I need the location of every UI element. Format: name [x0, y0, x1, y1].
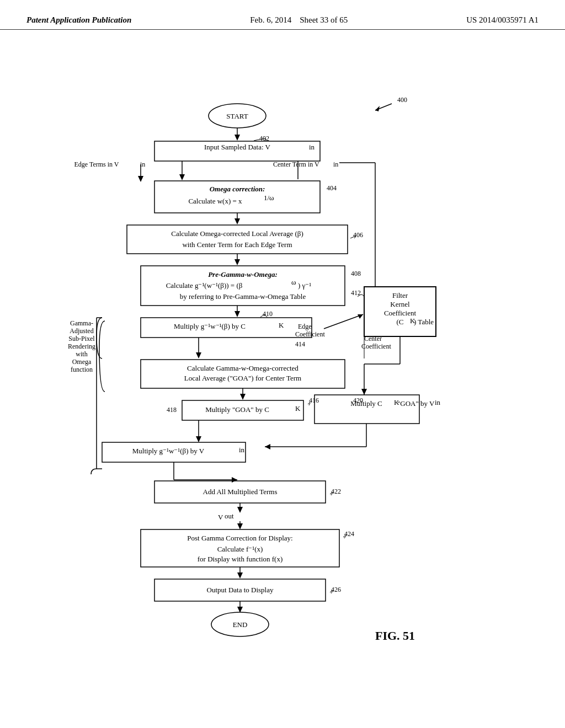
node-410-label: 410	[263, 310, 273, 318]
node-416-label: 416	[309, 397, 319, 404]
center-coeff2: Coefficient	[361, 342, 391, 350]
page-header: Patent Application Publication Feb. 6, 2…	[0, 0, 565, 30]
filter-ck: (C	[397, 318, 404, 326]
goa-text1: Calculate Gamma-w-Omega-corrected	[187, 364, 299, 372]
node-404-label: 404	[327, 184, 337, 192]
svg-marker-14	[358, 314, 363, 319]
gamma-adj5: with	[76, 350, 87, 358]
svg-marker-10	[234, 259, 240, 265]
local-avg-text2: with Center Term for Each Edge Term	[182, 240, 292, 249]
pregamma-gamma: ) γ⁻¹	[298, 281, 311, 290]
node-412-label: 412	[351, 289, 361, 297]
multiply-goa-text: Multiply "GOA" by C	[205, 405, 269, 414]
pregamma-exp: ω	[291, 278, 296, 286]
filter-kernel: Kernel	[390, 300, 410, 308]
node-422-label: 422	[331, 488, 341, 495]
goa-text2: Local Average ("GOA") for Center Term	[184, 374, 301, 382]
svg-marker-37	[237, 523, 243, 529]
omega-exp: 1/ω	[264, 194, 274, 202]
svg-marker-31	[232, 477, 237, 483]
multiply-vin-text: Multiply g⁻¹w⁻¹(β) by V	[132, 447, 205, 455]
multiply-ck-text1: Multiply C	[350, 399, 382, 408]
gamma-adj1: Gamma-	[70, 319, 93, 327]
multiply-ck-goa-text: "GOA" by V	[397, 399, 435, 408]
center-term-label: Center Term in V	[273, 160, 319, 168]
svg-marker-39	[237, 572, 243, 579]
node-426-label: 426	[331, 586, 341, 593]
output-text: Output Data to Display	[207, 586, 274, 594]
svg-marker-1	[375, 106, 380, 111]
date-sheet: Feb. 6, 2014 Sheet 33 of 65	[250, 15, 348, 25]
omega-title: Omega correction:	[210, 185, 265, 193]
svg-marker-35	[237, 507, 243, 513]
pregamma-ref: by referring to Pre-Gamma-w-Omega Table	[180, 292, 306, 301]
svg-marker-3	[234, 135, 240, 141]
node-418-label: 418	[167, 406, 177, 414]
edge-coeff-label1: Edge	[298, 323, 312, 330]
edge-coeff-label2: Coefficient	[295, 330, 325, 338]
patent-number: US 2014/0035971 A1	[466, 15, 539, 25]
vout-sub: out	[225, 512, 234, 520]
svg-marker-43	[138, 176, 143, 182]
add-terms-text: Add All Multiplied Terms	[203, 488, 278, 496]
end-label: END	[233, 620, 248, 629]
svg-marker-5	[179, 174, 185, 180]
svg-line-13	[324, 314, 363, 329]
center-sub: in	[333, 160, 338, 168]
diagram-number: 400	[397, 96, 407, 104]
filter-coeff: Coefficient	[384, 309, 417, 317]
filter-table: ) Table	[414, 318, 434, 326]
publication-title: Patent Application Publication	[26, 15, 131, 25]
svg-marker-28	[265, 444, 270, 449]
post-gamma-calc: Calculate f⁻¹(x)	[217, 545, 263, 553]
multiply-vin-sub: in	[239, 446, 245, 454]
svg-marker-19	[240, 394, 246, 400]
filter-title: Filter	[392, 291, 408, 299]
gamma-adj6: Omega	[72, 358, 92, 366]
input-data-text: Input Sampled Data: V	[204, 143, 271, 151]
svg-marker-12	[234, 311, 240, 317]
node-408-label: 408	[351, 270, 361, 277]
pregamma-title: Pre-Gamma-w-Omega:	[208, 270, 278, 279]
gamma-adj2: Adjusted	[70, 327, 93, 335]
figure-label: FIG. 51	[375, 629, 415, 643]
post-gamma-title: Post Gamma Correction for Display:	[187, 534, 292, 542]
omega-calc: Calculate w(x) = x	[188, 197, 242, 205]
gamma-adj3: Sub-Pixel	[68, 335, 95, 342]
diagram-area: 400 START 402 Input Sampled Data: V in E…	[0, 44, 565, 717]
gamma-adj4: Rendering	[68, 342, 95, 350]
svg-marker-23	[361, 389, 367, 395]
local-avg-text1: Calculate Omega-corrected Local Average …	[171, 229, 303, 238]
node-424-label: 424	[344, 530, 354, 538]
multiply-edge-text: Multiply g⁻¹w⁻¹(β) by C	[174, 322, 246, 330]
input-sub: in	[309, 143, 315, 151]
multiply-goa-k-sub: K	[295, 404, 301, 413]
gamma-adj7: function	[71, 366, 93, 373]
flowchart-svg: 400 START 402 Input Sampled Data: V in E…	[0, 44, 565, 717]
edge-terms-label: Edge Terms in V	[74, 160, 119, 168]
pregamma-calc: Calculate g⁻¹(w⁻¹(β)) = (β	[166, 281, 243, 290]
node-414-label: 414	[295, 340, 305, 348]
post-gamma-ref: for Display with function f(x)	[198, 555, 283, 563]
svg-marker-8	[234, 218, 240, 224]
multiply-ck-in: in	[435, 398, 441, 406]
center-coeff1: Center	[364, 335, 382, 342]
svg-marker-16	[196, 352, 201, 358]
svg-marker-25	[196, 436, 201, 442]
vout-text: V	[218, 513, 223, 521]
multiply-ck-sub: K	[279, 321, 284, 329]
start-label: START	[226, 112, 248, 120]
